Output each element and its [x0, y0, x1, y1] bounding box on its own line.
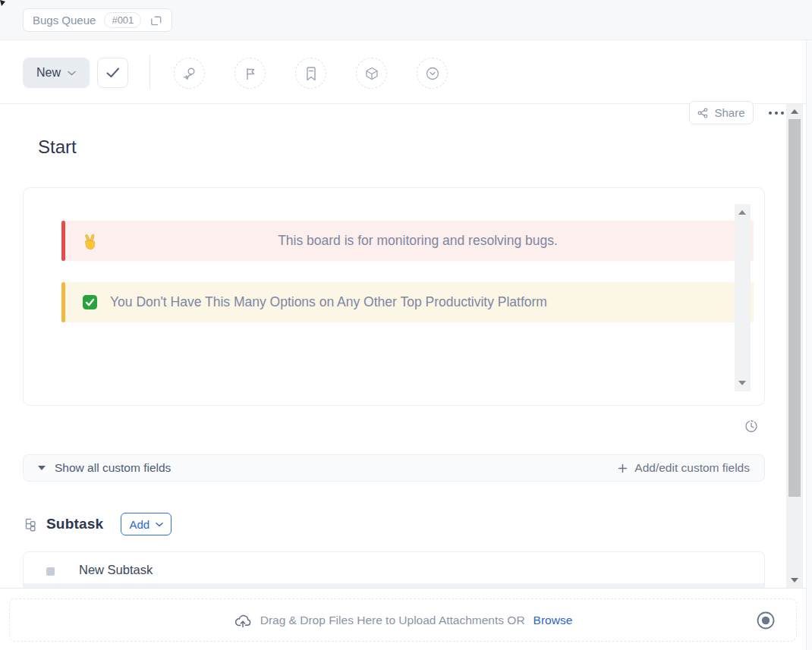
- record-icon: [756, 611, 776, 630]
- section-title: Start: [38, 137, 77, 158]
- scroll-up-arrow[interactable]: [738, 210, 746, 215]
- add-assignee-button[interactable]: [174, 58, 205, 89]
- attachments-bar: Drag & Drop Files Here to Upload Attachm…: [0, 588, 806, 650]
- task-detail-window: Bugs Queue #001 New: [0, 0, 812, 650]
- top-header: Bugs Queue #001: [0, 0, 812, 40]
- share-icon: [697, 108, 708, 118]
- check-icon: [106, 68, 120, 78]
- description-box[interactable]: This board is for monitoring and resolvi…: [23, 187, 765, 406]
- check-mark-emoji: [82, 294, 98, 310]
- file-dropzone[interactable]: Drag & Drop Files Here to Upload Attachm…: [9, 598, 797, 642]
- add-edit-custom-fields-label: Add/edit custom fields: [634, 461, 750, 475]
- dropzone-text: Drag & Drop Files Here to Upload Attachm…: [260, 614, 525, 627]
- scrollbar-thumb[interactable]: [788, 119, 801, 497]
- note-row: This board is for monitoring and resolvi…: [61, 221, 754, 261]
- scroll-down-arrow[interactable]: [791, 578, 798, 582]
- subtask-section-header: Subtask Add: [23, 513, 172, 535]
- ellipsis-icon: [769, 111, 772, 115]
- record-button[interactable]: [756, 611, 776, 630]
- show-custom-fields-label: Show all custom fields: [55, 461, 171, 475]
- add-subtask-label: Add: [129, 518, 149, 531]
- scroll-down-arrow[interactable]: [738, 381, 746, 385]
- board-breadcrumb-chip[interactable]: Bugs Queue #001: [23, 8, 172, 32]
- priority-flag-button[interactable]: [234, 58, 266, 89]
- caret-down-icon: [38, 466, 46, 470]
- subtask-bullet-icon: [46, 567, 55, 576]
- task-toolbar: New: [0, 40, 812, 104]
- scroll-up-arrow[interactable]: [791, 109, 798, 114]
- page-scrollbar[interactable]: [786, 104, 803, 588]
- add-assignee-icon: [181, 65, 198, 82]
- share-button[interactable]: Share: [689, 101, 754, 124]
- note-text: You Don't Have This Many Options on Any …: [110, 294, 754, 310]
- subtask-section-title: Subtask: [46, 516, 103, 532]
- flag-icon: [243, 66, 258, 81]
- show-custom-fields-toggle[interactable]: Show all custom fields: [38, 461, 171, 475]
- right-edge-strip: [806, 40, 812, 650]
- chevron-down-icon: [156, 522, 163, 527]
- description-scrollbar[interactable]: [735, 204, 751, 391]
- module-cube-button[interactable]: [356, 58, 387, 89]
- new-button-label: New: [36, 66, 61, 80]
- cursor-artifact: [0, 0, 6, 7]
- new-button[interactable]: New: [23, 58, 90, 88]
- victory-hand-emoji: [82, 233, 97, 250]
- circle-chevron-down-icon: [425, 66, 440, 81]
- toolbar-divider: [149, 55, 150, 89]
- note-row: You Don't Have This Many Options on Any …: [61, 282, 754, 322]
- mark-complete-button[interactable]: [97, 58, 128, 88]
- cube-icon: [364, 66, 379, 81]
- new-subtask-label: New Subtask: [79, 563, 153, 577]
- note-accent-bar: [61, 282, 65, 322]
- cloud-upload-icon: [234, 613, 252, 628]
- more-options-button[interactable]: [763, 104, 789, 122]
- subtask-tree-icon: [23, 517, 39, 532]
- note-accent-bar: [61, 221, 65, 261]
- board-name: Bugs Queue: [33, 14, 96, 27]
- add-edit-custom-fields-button[interactable]: Add/edit custom fields: [618, 461, 750, 475]
- bookmark-button[interactable]: [295, 58, 326, 89]
- note-text: This board is for monitoring and resolvi…: [97, 233, 754, 249]
- bookmark-icon: [304, 66, 318, 81]
- share-button-label: Share: [714, 106, 744, 119]
- chevron-down-icon: [68, 71, 76, 76]
- task-number-badge: #001: [104, 12, 141, 28]
- browse-link[interactable]: Browse: [533, 614, 573, 627]
- status-dropdown-button[interactable]: [417, 58, 448, 89]
- history-button[interactable]: [744, 418, 760, 435]
- open-in-new-icon[interactable]: [149, 14, 162, 27]
- custom-fields-bar: Show all custom fields Add/edit custom f…: [23, 454, 765, 482]
- history-clock-icon: [744, 419, 760, 434]
- new-subtask-row[interactable]: New Subtask: [23, 551, 765, 588]
- plus-icon: [618, 463, 628, 473]
- add-subtask-button[interactable]: Add: [121, 513, 172, 535]
